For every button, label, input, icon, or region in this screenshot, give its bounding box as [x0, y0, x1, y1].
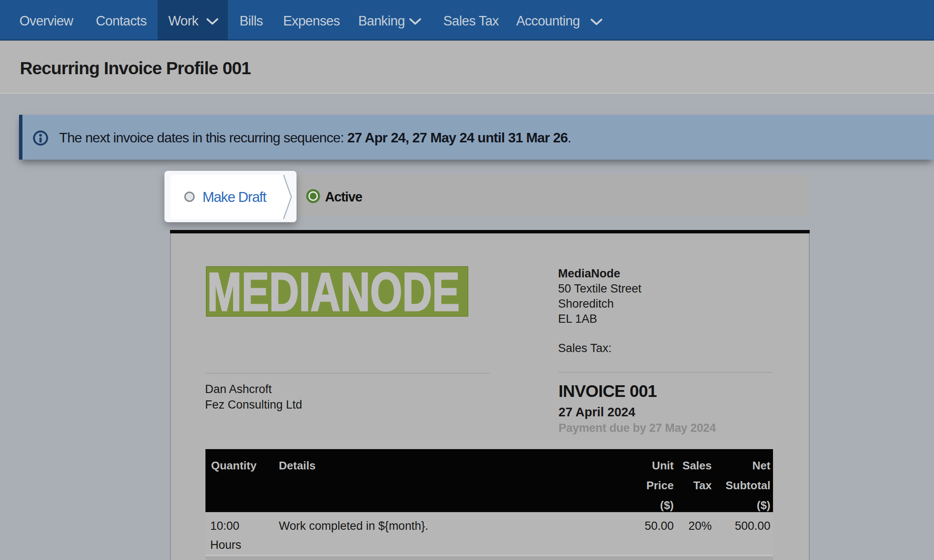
svg-text:MEDIANODE: MEDIANODE: [207, 266, 460, 317]
